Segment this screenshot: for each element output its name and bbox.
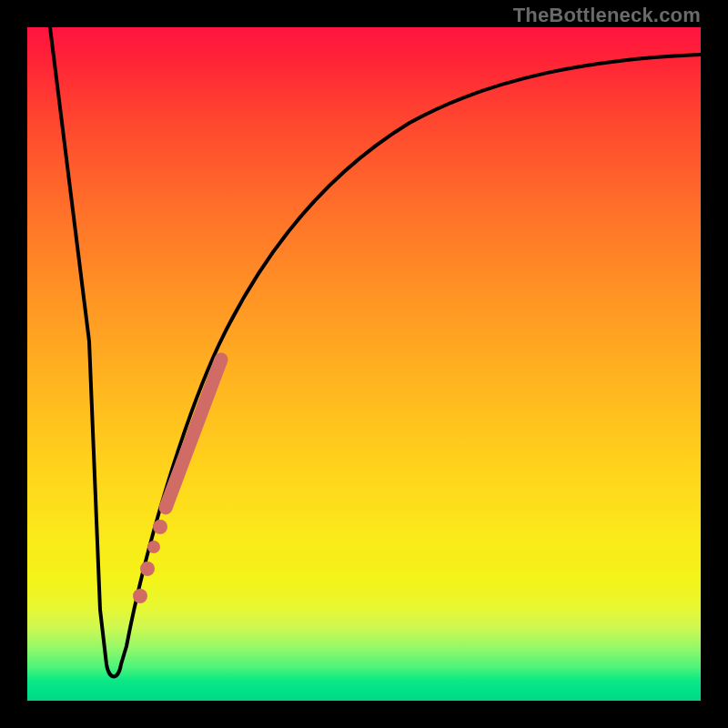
marker-dot	[153, 520, 167, 534]
marker-band	[166, 359, 221, 508]
watermark-label: TheBottleneck.com	[513, 4, 701, 27]
marker-dot	[140, 561, 155, 576]
curve-svg	[27, 27, 701, 701]
bottleneck-curve	[50, 27, 701, 677]
marker-dot	[133, 589, 147, 603]
marker-dot	[147, 541, 160, 553]
chart-container: TheBottleneck.com	[0, 0, 728, 728]
plot-area	[27, 27, 701, 701]
